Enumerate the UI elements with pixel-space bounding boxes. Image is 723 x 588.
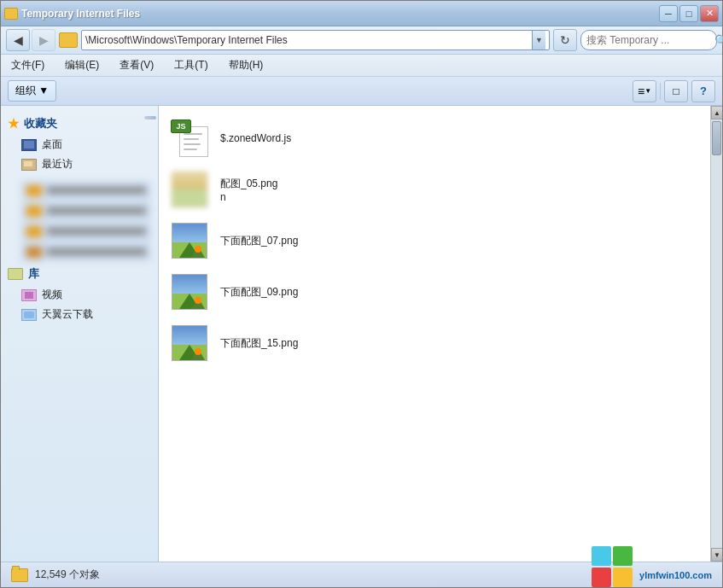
file-name: 下面配图_15.png <box>220 336 298 351</box>
sidebar-favorites-section: ★ 收藏夹 桌面 最近访 <box>1 113 158 174</box>
desktop-icon <box>21 139 37 151</box>
watermark-logo <box>592 546 633 587</box>
star-icon: ★ <box>8 116 19 131</box>
list-item[interactable]: 配图_05.png n <box>159 164 710 215</box>
video-icon <box>21 289 37 301</box>
close-button[interactable]: ✕ <box>700 5 719 22</box>
menu-bar: 文件(F) 编辑(E) 查看(V) 工具(T) 帮助(H) <box>1 55 722 77</box>
back-button[interactable]: ◀ <box>6 29 30 51</box>
logo-square-4 <box>613 568 633 587</box>
view-icon: ≡ <box>638 84 644 98</box>
window-title: Temporary Internet Files <box>21 8 140 20</box>
favorites-label: 收藏夹 <box>24 116 57 131</box>
sidebar-cloud-label: 天翼云下载 <box>42 307 93 322</box>
library-icon <box>8 268 23 280</box>
js-badge: JS <box>171 119 191 133</box>
menu-edit[interactable]: 编辑(E) <box>61 56 102 74</box>
menu-help[interactable]: 帮助(H) <box>225 56 267 74</box>
menu-file[interactable]: 文件(F) <box>8 56 48 74</box>
file-icon-img15 <box>169 323 210 364</box>
recent-icon <box>21 159 37 171</box>
dropdown-small-icon: ▼ <box>644 87 651 95</box>
file-list: JS $.zonedWord.js <box>159 106 710 562</box>
address-folder-icon <box>59 32 78 48</box>
file-area: JS $.zonedWord.js <box>159 106 722 562</box>
status-folder-icon <box>11 568 28 582</box>
scrollbar-up-button[interactable]: ▲ <box>711 106 722 119</box>
search-input[interactable] <box>586 34 714 46</box>
sidebar-library-section: 库 视频 天翼云下载 <box>1 263 158 324</box>
file-name: 下面配图_07.png <box>220 234 298 248</box>
watermark-area: ylmfwin100.com <box>592 555 712 589</box>
watermark-text: ylmfwin100.com <box>639 570 712 580</box>
sidebar-favorites-header[interactable]: ★ 收藏夹 <box>1 113 143 135</box>
list-item[interactable]: 下面配图_09.png <box>159 266 710 317</box>
forward-icon: ▶ <box>39 33 49 47</box>
scrollbar-down-button[interactable]: ▼ <box>711 548 722 562</box>
window-layout-button[interactable]: □ <box>664 80 688 102</box>
refresh-button[interactable]: ↻ <box>553 29 577 51</box>
help-icon: ? <box>700 84 707 97</box>
sidebar-blurred-items <box>1 179 158 263</box>
file-icon-img09 <box>169 271 210 312</box>
sidebar-item-desktop[interactable]: 桌面 <box>1 135 158 154</box>
logo-square-3 <box>592 568 611 587</box>
sidebar-library-header[interactable]: 库 <box>1 263 158 285</box>
title-bar-buttons: ─ □ ✕ <box>659 5 719 22</box>
file-name: $.zonedWord.js <box>220 132 291 144</box>
file-icon-img07 <box>169 220 210 261</box>
library-label: 库 <box>28 266 39 282</box>
file-scrollbar[interactable]: ▲ ▼ <box>710 106 722 562</box>
dropdown-icon: ▼ <box>535 36 543 44</box>
sidebar-item-cloud[interactable]: 天翼云下载 <box>1 305 158 324</box>
sidebar-desktop-label: 桌面 <box>42 137 62 152</box>
organize-button[interactable]: 组织 ▼ <box>8 80 56 102</box>
file-icon-blurred <box>169 169 210 210</box>
help-button[interactable]: ? <box>691 80 715 102</box>
toolbar-left: 组织 ▼ <box>8 80 56 102</box>
view-options-button[interactable]: ≡ ▼ <box>633 80 656 102</box>
status-count: 12,549 个对象 <box>35 568 100 582</box>
address-dropdown-button[interactable]: ▼ <box>532 31 545 49</box>
forward-button[interactable]: ▶ <box>32 29 55 51</box>
menu-tools[interactable]: 工具(T) <box>171 56 211 74</box>
sidebar-video-label: 视频 <box>42 288 62 302</box>
scrollbar-thumb[interactable] <box>712 121 721 155</box>
sidebar-item-video[interactable]: 视频 <box>1 285 158 305</box>
search-container[interactable]: 🔍 <box>580 30 717 50</box>
file-name: 配图_05.png n <box>220 177 277 203</box>
restore-button[interactable]: □ <box>679 5 698 22</box>
list-item[interactable]: JS $.zonedWord.js <box>159 113 710 164</box>
window-folder-icon <box>4 8 18 20</box>
list-item[interactable]: 下面配图_07.png <box>159 215 710 266</box>
title-bar: Temporary Internet Files ─ □ ✕ <box>1 1 722 26</box>
toolbar-right: ≡ ▼ □ ? <box>633 80 715 102</box>
toolbar: 组织 ▼ ≡ ▼ □ ? <box>1 77 722 106</box>
address-input-container[interactable]: ▼ <box>81 30 550 50</box>
file-icon-js: JS <box>169 118 210 159</box>
list-item[interactable]: 下面配图_15.png <box>159 317 710 369</box>
logo-square-2 <box>613 546 633 566</box>
window-icon: □ <box>673 85 679 97</box>
sidebar-recent-label: 最近访 <box>42 157 73 172</box>
menu-view[interactable]: 查看(V) <box>116 56 157 74</box>
address-bar-area: ◀ ▶ ▼ ↻ 🔍 <box>1 26 722 55</box>
title-bar-left: Temporary Internet Files <box>4 8 140 20</box>
address-input[interactable] <box>85 34 532 46</box>
logo-square-1 <box>592 546 611 566</box>
sidebar: ★ 收藏夹 桌面 最近访 <box>1 106 159 562</box>
minimize-button[interactable]: ─ <box>659 5 678 22</box>
refresh-icon: ↻ <box>560 33 570 47</box>
main-window: Temporary Internet Files ─ □ ✕ ◀ ▶ ▼ ↻ <box>0 0 723 588</box>
sidebar-item-recent[interactable]: 最近访 <box>1 154 158 174</box>
status-bar: 12,549 个对象 ylmfwin100.com <box>1 562 722 587</box>
search-icon: 🔍 <box>714 34 723 47</box>
file-name: 下面配图_09.png <box>220 285 298 300</box>
scrollbar-track[interactable] <box>711 119 722 548</box>
cloud-icon <box>21 309 37 321</box>
back-icon: ◀ <box>14 33 23 47</box>
nav-buttons: ◀ ▶ <box>6 29 55 51</box>
organize-label: 组织 ▼ <box>15 84 49 98</box>
main-content: ★ 收藏夹 桌面 最近访 <box>1 106 722 562</box>
toolbar-separator <box>660 83 661 100</box>
